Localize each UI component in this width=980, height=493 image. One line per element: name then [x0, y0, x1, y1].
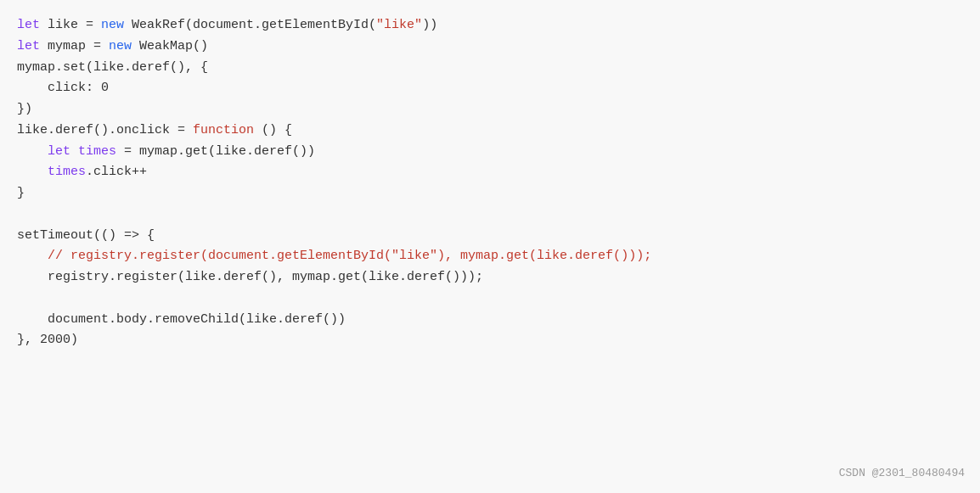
code-token: setTimeout(() => {	[17, 228, 155, 243]
code-empty-line	[17, 289, 963, 310]
code-token: mymap =	[40, 39, 109, 53]
code-line: document.body.removeChild(like.deref())	[17, 310, 963, 331]
code-line: setTimeout(() => {	[17, 226, 963, 247]
code-token: // registry.register(document.getElement…	[48, 249, 651, 263]
code-token: let	[17, 39, 40, 53]
code-token: new	[109, 39, 132, 53]
code-token: }, 2000)	[17, 333, 78, 347]
code-token: times	[78, 144, 116, 159]
code-line: let like = new WeakRef(document.getEleme…	[17, 15, 963, 36]
code-token	[17, 144, 48, 159]
code-line: })	[17, 99, 963, 120]
code-line: let times = mymap.get(like.deref())	[17, 142, 963, 163]
code-line: }, 2000)	[17, 330, 963, 351]
code-token: () {	[254, 123, 292, 137]
code-token: click: 0	[17, 81, 109, 95]
code-line: }	[17, 183, 963, 204]
code-line: // registry.register(document.getElement…	[17, 246, 963, 267]
code-token: new	[101, 18, 124, 32]
code-token: "like"	[376, 18, 422, 32]
code-token: mymap.set(like.deref(), {	[17, 60, 208, 75]
code-token: = mymap.get(like.deref())	[116, 144, 315, 159]
code-empty-line	[17, 204, 963, 226]
code-line: mymap.set(like.deref(), {	[17, 58, 963, 79]
code-token: .click++	[86, 165, 147, 179]
code-token: times	[48, 165, 86, 179]
code-token	[17, 165, 48, 179]
code-token: like =	[40, 18, 101, 32]
code-token: function	[193, 123, 254, 137]
code-token: })	[17, 102, 32, 116]
code-token	[70, 144, 78, 159]
code-token: let	[17, 18, 40, 32]
code-line: like.deref().onclick = function () {	[17, 120, 963, 142]
code-line: registry.register(like.deref(), mymap.ge…	[17, 267, 963, 289]
code-token: ))	[422, 18, 437, 32]
code-block: let like = new WeakRef(document.getEleme…	[0, 0, 980, 493]
code-line: click: 0	[17, 78, 963, 99]
code-line: times.click++	[17, 162, 963, 183]
code-line: let mymap = new WeakMap()	[17, 36, 963, 58]
watermark-text: CSDN @2301_80480494	[839, 465, 965, 483]
code-token: let	[48, 144, 70, 159]
code-token: document.body.removeChild(like.deref())	[17, 312, 346, 327]
code-token	[17, 249, 48, 263]
code-token: }	[17, 186, 25, 200]
code-token: WeakMap()	[132, 39, 208, 53]
code-content: let like = new WeakRef(document.getEleme…	[17, 15, 963, 351]
code-token: registry.register(like.deref(), mymap.ge…	[17, 270, 483, 284]
code-token: WeakRef(document.getElementById(	[124, 18, 376, 32]
code-token: like.deref().onclick =	[17, 123, 193, 137]
